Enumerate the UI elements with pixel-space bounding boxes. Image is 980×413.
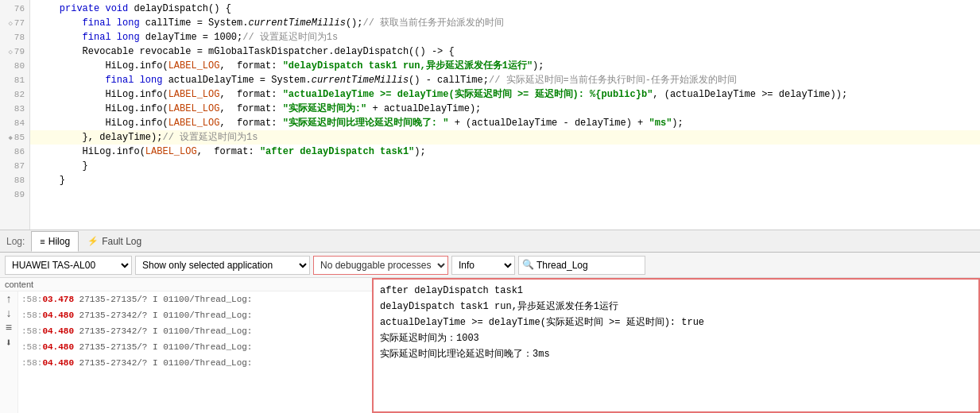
log-pid: 27135-27135/?	[74, 291, 153, 307]
right-log-line-1: delayDispatch task1 run,异步延迟派发任务1运行	[380, 299, 972, 315]
search-input[interactable]	[536, 260, 640, 271]
line-76: 76	[11, 2, 29, 16]
code-line-88: }	[30, 173, 980, 187]
code-line-78: final long delayTime = 1000;// 设置延迟时间为1s	[30, 30, 980, 44]
right-log-line-3: 实际延迟时间为：1003	[380, 330, 972, 346]
scroll-up-button[interactable]: ↑	[2, 293, 16, 306]
code-line-76: private void delayDispatch() {	[30, 2, 980, 16]
line-numbers: 76 77 78 79 80 81 82 83 84 85 86 87 88 8…	[0, 0, 30, 230]
process-select[interactable]: No debuggable processes	[313, 256, 448, 275]
log-time-prefix: :58:	[21, 339, 42, 355]
line-81: 81	[11, 73, 29, 87]
level-select[interactable]: Verbose Debug Info Warn Error	[451, 256, 515, 275]
line-78: 78	[11, 30, 29, 44]
log-lines: ↑ ↓ ≡ ⬇ :58:03.478 27135-27135/? I 01100…	[0, 291, 372, 413]
tab-hilog-label: Hilog	[48, 236, 70, 247]
line-83: 83	[11, 102, 29, 116]
log-entry[interactable]: :58:04.480 27135-27342/? I 01100/Thread_…	[18, 355, 372, 371]
code-line-82: HiLog.info(LABEL_LOG, format: "actualDel…	[30, 87, 980, 102]
log-tag: I 01100/Thread_Log:	[153, 339, 252, 355]
line-82: 82	[11, 87, 29, 102]
code-line-81: final long actualDelayTime = System.curr…	[30, 73, 980, 87]
line-85: 85	[5, 130, 29, 145]
line-79: 79	[5, 44, 29, 59]
scroll-down-button[interactable]: ↓	[2, 307, 16, 320]
log-pid: 27135-27342/?	[74, 323, 153, 339]
code-line-79: Revocable revocable = mGlobalTaskDispatc…	[30, 44, 980, 59]
tab-faultlog[interactable]: ⚡ Fault Log	[79, 231, 150, 252]
code-line-86: HiLog.info(LABEL_LOG, format: "after del…	[30, 145, 980, 159]
line-77: 77	[5, 16, 29, 30]
search-icon: 🔍	[522, 259, 534, 271]
right-log-line-0: after delayDispatch task1	[380, 283, 972, 299]
code-editor: 76 77 78 79 80 81 82 83 84 85 86 87 88 8…	[0, 0, 980, 230]
log-tag: I 01100/Thread_Log:	[153, 355, 252, 371]
device-select[interactable]: HUAWEI TAS-AL00	[5, 256, 132, 275]
code-line-89	[30, 187, 980, 202]
export-button[interactable]: ⬇	[2, 336, 16, 349]
code-line-84: HiLog.info(LABEL_LOG, format: "实际延迟时间比理论…	[30, 116, 980, 130]
content-area: content ↑ ↓ ≡ ⬇ :58:03.478 27135-27135/?…	[0, 278, 980, 413]
faultlog-icon: ⚡	[87, 236, 99, 246]
line-87: 87	[11, 159, 29, 173]
code-line-87: }	[30, 159, 980, 173]
left-log-panel: content ↑ ↓ ≡ ⬇ :58:03.478 27135-27135/?…	[0, 278, 374, 413]
content-label: content	[0, 278, 372, 291]
log-tag: I 01100/Thread_Log:	[153, 291, 252, 307]
log-time-main: 03.478	[42, 291, 74, 307]
log-actions: ↑ ↓ ≡ ⬇	[0, 291, 18, 413]
log-tabs-bar: Log: ≡ Hilog ⚡ Fault Log	[0, 230, 980, 253]
line-80: 80	[11, 59, 29, 73]
log-pid: 27135-27342/?	[74, 355, 153, 371]
log-time-prefix: :58:	[21, 291, 42, 307]
tab-hilog[interactable]: ≡ Hilog	[31, 231, 79, 252]
code-line-85: }, delayTime);// 设置延迟时间为1s	[30, 130, 980, 145]
log-time-main: 04.480	[42, 339, 74, 355]
log-tag: I 01100/Thread_Log:	[153, 323, 252, 339]
code-line-83: HiLog.info(LABEL_LOG, format: "实际延迟时间为:"…	[30, 102, 980, 116]
search-box[interactable]: 🔍	[518, 256, 645, 275]
right-log-line-4: 实际延迟时间比理论延迟时间晚了：3ms	[380, 346, 972, 362]
log-pid: 27135-27135/?	[74, 339, 153, 355]
line-84: 84	[11, 116, 29, 130]
log-toolbar: HUAWEI TAS-AL00 Show only selected appli…	[0, 253, 980, 278]
code-line-80: HiLog.info(LABEL_LOG, format: "delayDisp…	[30, 59, 980, 73]
log-time-main: 04.480	[42, 355, 74, 371]
code-line-77: final long callTime = System.currentTime…	[30, 16, 980, 30]
log-time-prefix: :58:	[21, 307, 42, 323]
log-entries-list: :58:03.478 27135-27135/? I 01100/Thread_…	[18, 291, 372, 413]
wrap-button[interactable]: ≡	[2, 322, 16, 334]
log-entry[interactable]: :58:03.478 27135-27135/? I 01100/Thread_…	[18, 291, 372, 307]
line-89: 89	[11, 187, 29, 202]
app-filter-select[interactable]: Show only selected application	[135, 256, 310, 275]
code-lines: private void delayDispatch() { final lon…	[30, 0, 980, 230]
right-log-panel: after delayDispatch task1 delayDispatch …	[374, 278, 980, 413]
log-entry[interactable]: :58:04.480 27135-27342/? I 01100/Thread_…	[18, 307, 372, 323]
log-pid: 27135-27342/?	[74, 307, 153, 323]
log-time-main: 04.480	[42, 307, 74, 323]
log-entry[interactable]: :58:04.480 27135-27135/? I 01100/Thread_…	[18, 339, 372, 355]
log-label: Log:	[3, 236, 28, 247]
hilog-icon: ≡	[40, 237, 45, 246]
log-entry[interactable]: :58:04.480 27135-27342/? I 01100/Thread_…	[18, 323, 372, 339]
log-tag: I 01100/Thread_Log:	[153, 307, 252, 323]
log-time-prefix: :58:	[21, 355, 42, 371]
right-log-line-2: actualDelayTime >= delayTime(实际延迟时间 >= 延…	[380, 315, 972, 330]
tab-faultlog-label: Fault Log	[102, 236, 141, 247]
line-88: 88	[11, 173, 29, 187]
log-time-prefix: :58:	[21, 323, 42, 339]
line-86: 86	[11, 145, 29, 159]
log-time-main: 04.480	[42, 323, 74, 339]
